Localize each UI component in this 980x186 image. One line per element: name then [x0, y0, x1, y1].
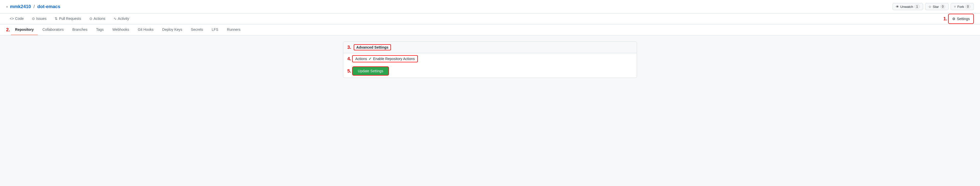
- fork-button[interactable]: ⑂ Fork 0: [951, 3, 974, 10]
- repository-tab-wrapper: 2. Repository: [6, 24, 38, 35]
- repo-owner-link[interactable]: mmk2410: [10, 4, 31, 9]
- section-header-box: Advanced Settings: [354, 44, 391, 50]
- nav-pull-requests-label: Pull Requests: [59, 17, 81, 20]
- enable-repository-actions-label: Enable Repository Actions: [373, 57, 415, 61]
- actions-tag: Actions: [355, 57, 367, 61]
- tab-runners[interactable]: Runners: [223, 24, 245, 35]
- settings-label: Settings: [957, 17, 970, 21]
- unwatch-button[interactable]: 👁 Unwatch 1: [892, 3, 923, 10]
- step1-label: 1.: [943, 16, 947, 22]
- settings-tabs-bar: 2. Repository Collaborators Branches Tag…: [0, 24, 980, 35]
- settings-button-wrapper: ⚙ Settings: [948, 14, 974, 24]
- main-content: 3. Advanced Settings 4. Actions ✓ Enable…: [337, 35, 643, 88]
- fork-label: Fork: [957, 5, 964, 9]
- repo-title: ▫ mmk2410 / dot-emacs: [6, 4, 60, 9]
- fork-icon: ⑂: [954, 5, 956, 9]
- pull-requests-icon: ⇅: [55, 17, 58, 20]
- actions-row: 4. Actions ✓ Enable Repository Actions: [343, 53, 637, 65]
- step2-label: 2.: [6, 27, 10, 33]
- tab-lfs[interactable]: LFS: [208, 24, 223, 35]
- nav-actions[interactable]: ⊙ Actions: [86, 14, 109, 24]
- tab-repository[interactable]: Repository: [11, 24, 38, 35]
- star-count: 0: [940, 5, 945, 9]
- tab-tags[interactable]: Tags: [92, 24, 108, 35]
- nav-activity-label: Activity: [118, 17, 129, 20]
- unwatch-count: 1: [915, 5, 920, 9]
- tab-collaborators[interactable]: Collaborators: [38, 24, 68, 35]
- nav-code[interactable]: <> Code: [6, 14, 27, 24]
- nav-issues[interactable]: ⊙ Issues: [28, 14, 50, 24]
- settings-button[interactable]: ⚙ Settings: [948, 14, 974, 24]
- nav-issues-label: Issues: [36, 17, 46, 20]
- step3-label: 3.: [347, 45, 351, 50]
- nav-bar: <> Code ⊙ Issues ⇅ Pull Requests ⊙ Actio…: [0, 14, 980, 24]
- tab-deploy-keys[interactable]: Deploy Keys: [158, 24, 186, 35]
- section-header: 3. Advanced Settings: [343, 42, 637, 53]
- star-button[interactable]: ☆ Star 0: [925, 3, 949, 10]
- star-label: Star: [933, 5, 939, 9]
- actions-checkmark: ✓: [369, 57, 372, 61]
- activity-icon: ∿: [114, 17, 117, 20]
- star-icon: ☆: [928, 5, 932, 9]
- nav-code-label: Code: [15, 17, 24, 20]
- section-title: Advanced Settings: [356, 45, 388, 49]
- update-settings-button[interactable]: Update Settings: [352, 66, 389, 76]
- fork-count: 0: [965, 5, 970, 9]
- actions-icon: ⊙: [89, 17, 92, 20]
- top-bar: ▫ mmk2410 / dot-emacs 👁 Unwatch 1 ☆ Star…: [0, 0, 980, 14]
- tab-branches[interactable]: Branches: [68, 24, 91, 35]
- nav-pull-requests[interactable]: ⇅ Pull Requests: [51, 14, 84, 24]
- tab-webhooks[interactable]: Webhooks: [108, 24, 133, 35]
- actions-label-box: Actions ✓ Enable Repository Actions: [352, 55, 418, 62]
- repo-actions: 👁 Unwatch 1 ☆ Star 0 ⑂ Fork 0: [892, 3, 974, 10]
- code-icon: <>: [10, 17, 14, 20]
- tab-secrets[interactable]: Secrets: [187, 24, 207, 35]
- repo-name-link[interactable]: dot-emacs: [37, 4, 60, 9]
- step5-label: 5.: [347, 68, 351, 74]
- nav-activity[interactable]: ∿ Activity: [110, 14, 133, 24]
- unwatch-icon: 👁: [896, 5, 899, 9]
- settings-nav-wrapper: 1. ⚙ Settings: [943, 14, 974, 24]
- issues-icon: ⊙: [32, 17, 35, 20]
- nav-actions-label: Actions: [94, 17, 105, 20]
- tab-git-hooks[interactable]: Git Hooks: [134, 24, 158, 35]
- step4-label: 4.: [347, 56, 351, 61]
- settings-icon: ⚙: [952, 17, 956, 21]
- repo-icon: ▫: [6, 4, 8, 9]
- unwatch-label: Unwatch: [900, 5, 913, 9]
- update-settings-row: 5. Update Settings: [343, 65, 637, 77]
- advanced-settings-section: 3. Advanced Settings 4. Actions ✓ Enable…: [343, 41, 637, 78]
- repo-separator: /: [33, 4, 35, 9]
